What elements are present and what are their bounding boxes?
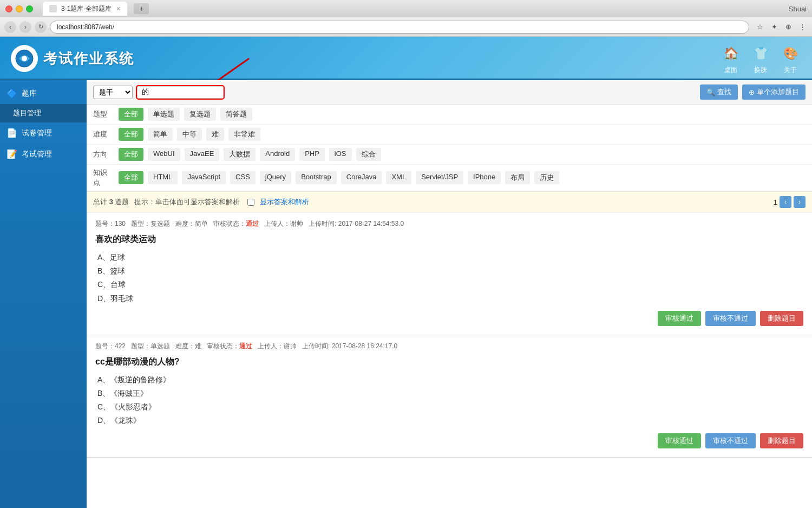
knowledge-tag-all[interactable]: 全部 [119,171,143,184]
q1-id: 130 [115,220,126,227]
type-tag-essay[interactable]: 简答题 [220,108,252,121]
knowledge-filter-row: 知识点 全部 HTML JavaScript CSS jQuery Bootst… [87,165,812,191]
direction-tag-ios[interactable]: iOS [329,148,352,161]
q1-reject-button[interactable]: 审核不通过 [705,311,756,326]
knowledge-tag-corejava[interactable]: CoreJava [341,171,382,184]
summary-hint: 提示：单击体面可显示答案和解析 [134,197,240,207]
minimize-button[interactable] [16,5,23,12]
globe-icon[interactable]: ⊕ [783,22,794,32]
menu-icon[interactable]: ⋮ [797,22,808,32]
knowledge-tag-xml[interactable]: XML [386,171,411,184]
direction-tag-all[interactable]: 全部 [119,148,143,161]
nav-skin[interactable]: 👕 换肤 [750,43,771,75]
type-filter-row: 题型 全部 单选题 复选题 简答题 [87,105,812,125]
knowledge-tag-js[interactable]: JavaScript [182,171,226,184]
direction-tag-bigdata[interactable]: 大数据 [224,148,256,161]
q2-reject-button[interactable]: 审核不通过 [705,433,756,448]
browser-tab[interactable]: 3-1题库-全部题库 ✕ [43,2,127,16]
difficulty-tag-easy[interactable]: 简单 [148,128,173,141]
knowledge-tag-layout[interactable]: 布局 [505,171,530,184]
direction-tag-android[interactable]: Android [260,148,295,161]
direction-tag-php[interactable]: PHP [299,148,325,161]
type-tag-multiple[interactable]: 复选题 [184,108,216,121]
difficulty-tag-hard[interactable]: 难 [206,128,224,141]
q2-option-b: B、《海贼王》 [97,387,803,400]
q2-delete-button[interactable]: 删除题目 [760,433,803,448]
sidebar: 🔷 题库 题目管理 📄 试卷管理 📝 考试管理 [0,80,87,508]
difficulty-tag-all[interactable]: 全部 [119,128,143,141]
type-tag-all[interactable]: 全部 [119,108,143,121]
show-answer-checkbox[interactable] [247,199,254,206]
type-filter-label: 题型 [93,109,112,119]
refresh-button[interactable]: ↻ [35,21,47,33]
q2-options: A、《叛逆的鲁路修》 B、《海贼王》 C、《火影忍者》 D、《龙珠》 [97,373,803,428]
filter-select[interactable]: 题干 题目ID [93,86,133,99]
q2-approve-button[interactable]: 审核通过 [658,433,701,448]
bookmark-icon[interactable]: ☆ [755,22,765,32]
q1-type: 复选题 [150,220,170,227]
nav-about[interactable]: 🎨 关于 [780,43,801,75]
extension-icon[interactable]: ✦ [769,22,780,32]
nav-desktop[interactable]: 🏠 桌面 [720,43,742,75]
sidebar-item-question-management[interactable]: 题目管理 [0,104,87,122]
q1-approve-button[interactable]: 审核通过 [658,311,701,326]
close-button[interactable] [5,5,12,12]
filter-bar: 题干 题目ID 🔍 查找 ⊕ 单个添加题目 [87,80,812,105]
q1-uploader: 谢帅 [290,220,303,227]
q1-delete-button[interactable]: 删除题目 [760,311,803,326]
add-question-button[interactable]: ⊕ 单个添加题目 [742,84,806,100]
q2-actions: 审核通过 审核不通过 删除题目 [95,428,803,451]
q1-time: 2017-08-27 14:54:53.0 [338,220,404,227]
q1-difficulty: 简单 [195,220,208,227]
knowledge-tag-iphone[interactable]: IPhone [468,171,501,184]
q1-status: 通过 [246,220,259,227]
q2-type: 单选题 [150,342,170,350]
difficulty-tag-very-hard[interactable]: 非常难 [228,128,260,141]
q1-options: A、足球 B、篮球 C、台球 D、羽毛球 [97,251,803,305]
prev-page-button[interactable]: ‹ [780,196,791,208]
search-input[interactable] [137,86,224,99]
tab-close-button[interactable]: ✕ [116,5,121,12]
knowledge-tag-bootstrap[interactable]: Bootstrap [296,171,337,184]
desktop-icon: 🏠 [720,43,742,64]
sidebar-item-question-bank-label: 题库 [22,89,37,99]
knowledge-tag-css[interactable]: CSS [230,171,256,184]
type-tag-single[interactable]: 单选题 [148,108,180,121]
address-bar[interactable]: localhost:8087/web/ [50,21,749,34]
new-tab-button[interactable]: + [134,3,149,14]
difficulty-filter-tags: 全部 简单 中等 难 非常难 [119,128,260,141]
filter-rows: 题型 全部 单选题 复选题 简答题 难度 全部 简单 [87,105,812,192]
back-button[interactable]: ‹ [4,21,16,33]
search-button[interactable]: 🔍 查找 [700,84,738,100]
sidebar-item-question-bank[interactable]: 🔷 题库 [0,83,87,104]
forward-button[interactable]: › [19,21,31,33]
traffic-lights [5,5,33,12]
knowledge-tag-html[interactable]: HTML [148,171,178,184]
maximize-button[interactable] [26,5,33,12]
difficulty-tag-medium[interactable]: 中等 [177,128,202,141]
nav-desktop-label: 桌面 [724,66,737,75]
knowledge-tag-servlet[interactable]: Servlet/JSP [416,171,463,184]
direction-tag-webui[interactable]: WebUI [148,148,180,161]
q2-difficulty: 难 [195,342,201,350]
q2-title: cc是哪部动漫的人物? [95,356,803,368]
direction-tag-javaee[interactable]: JavaEE [185,148,220,161]
skin-icon: 👕 [750,43,771,64]
header-nav: 🏠 桌面 👕 换肤 🎨 关于 [720,43,801,75]
sidebar-item-exam-management[interactable]: 📝 考试管理 [0,144,87,165]
direction-tag-comprehensive[interactable]: 综合 [356,148,381,161]
question-card-2: 题号：422 题型：单选题 难度：难 审核状态：通过 上传人：谢帅 上传时间: … [87,335,812,458]
knowledge-tag-history[interactable]: 历史 [534,171,559,184]
difficulty-filter-label: 难度 [93,129,112,139]
show-answer-label[interactable]: 显示答案和解析 [260,197,309,207]
tab-favicon [49,5,57,12]
logo-icon [11,45,38,72]
next-page-button[interactable]: › [794,196,806,208]
knowledge-tag-jquery[interactable]: jQuery [260,171,291,184]
q1-option-a: A、足球 [97,251,803,264]
pagination: 1 ‹ › [774,196,806,208]
q1-option-c: C、台球 [97,278,803,291]
sidebar-item-exam-paper[interactable]: 📄 试卷管理 [0,122,87,144]
direction-filter-tags: 全部 WebUI JavaEE 大数据 Android PHP iOS 综合 [119,148,381,161]
header-logo: 考试作业系统 [11,45,134,72]
